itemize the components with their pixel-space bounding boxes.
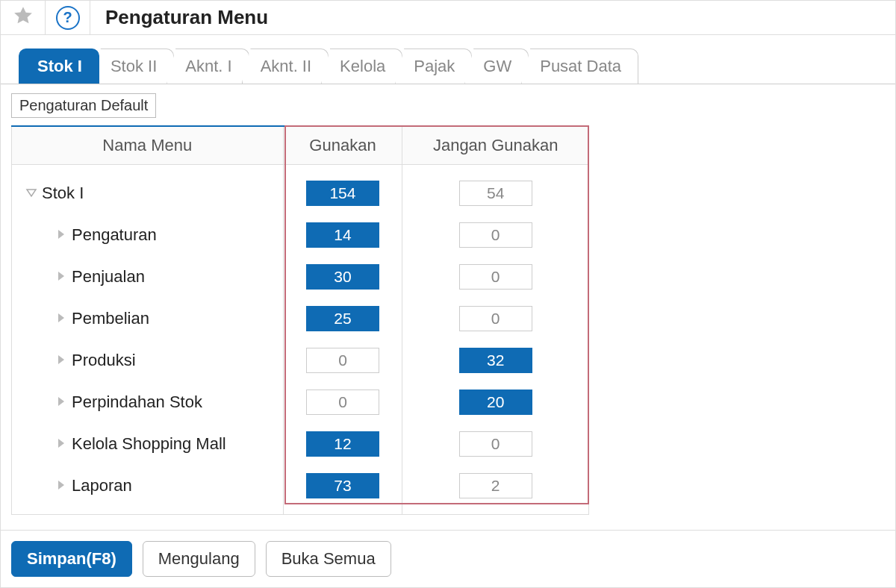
tree-label: Stok I [37, 184, 84, 203]
tab-label: Aknt. II [261, 57, 311, 75]
use-count[interactable]: 73 [306, 473, 379, 498]
tab-aknt-ii[interactable]: Aknt. II [242, 49, 329, 84]
titlebar: ? Pengaturan Menu [1, 1, 895, 35]
tab-pusat-data[interactable]: Pusat Data [521, 49, 638, 84]
tab-stok-ii[interactable]: Stok II [92, 49, 174, 84]
tree-row-pembelian[interactable]: Pembelian [12, 298, 283, 340]
use-count[interactable]: 154 [306, 181, 379, 206]
nouse-count[interactable]: 0 [459, 222, 532, 248]
content: Pengaturan Default Nama Menu Gunakan Jan… [1, 84, 895, 515]
tree-label: Penjualan [67, 267, 145, 287]
tree-row-laporan[interactable]: Laporan [12, 465, 283, 507]
nouse-count[interactable]: 0 [459, 306, 532, 331]
app-window: ? Pengaturan Menu Stok I Stok II Aknt. I… [0, 0, 896, 588]
col-header-use: Gunakan [283, 126, 402, 165]
repeat-button[interactable]: Mengulang [143, 541, 255, 577]
collapse-icon [25, 184, 37, 203]
expand-icon [55, 392, 67, 412]
use-count[interactable]: 14 [306, 222, 379, 248]
expand-icon [55, 434, 67, 454]
help-icon: ? [56, 6, 80, 30]
tree-row-stok-i[interactable]: Stok I [12, 172, 283, 214]
nouse-count[interactable]: 2 [459, 473, 532, 498]
star-icon [12, 4, 34, 31]
use-column: 154 14 30 25 0 0 12 73 [284, 165, 402, 514]
tree-row-penjualan[interactable]: Penjualan [12, 256, 283, 298]
tree-row-shopping-mall[interactable]: Kelola Shopping Mall [12, 423, 283, 465]
page-title: Pengaturan Menu [90, 6, 268, 29]
save-button[interactable]: Simpan(F8) [11, 541, 132, 577]
tree-row-produksi[interactable]: Produksi [12, 340, 283, 381]
nouse-count[interactable]: 54 [459, 181, 532, 206]
tab-label: Pusat Data [540, 57, 621, 75]
tree-label: Perpindahan Stok [67, 392, 202, 412]
help-button[interactable]: ? [46, 1, 90, 34]
col-header-nouse: Jangan Gunakan [402, 126, 589, 165]
tabs: Stok I Stok II Aknt. I Aknt. II Kelola P… [1, 35, 895, 84]
defaults-button[interactable]: Pengaturan Default [11, 93, 156, 118]
use-count[interactable]: 0 [306, 348, 379, 373]
nouse-count[interactable]: 20 [459, 390, 532, 415]
menu-table: Nama Menu Gunakan Jangan Gunakan Stok I [11, 125, 589, 515]
tree-label: Pengaturan [67, 225, 157, 245]
use-count[interactable]: 25 [306, 306, 379, 331]
tab-pajak[interactable]: Pajak [395, 49, 472, 84]
tree-label: Pembelian [67, 309, 149, 328]
expand-icon [55, 351, 67, 370]
tab-label: Aknt. I [185, 57, 231, 75]
tab-label: Kelola [340, 57, 385, 75]
open-all-button[interactable]: Buka Semua [266, 541, 391, 577]
use-count[interactable]: 30 [306, 264, 379, 290]
tab-aknt-i[interactable]: Aknt. I [167, 49, 249, 84]
tab-stok-i[interactable]: Stok I [19, 49, 99, 84]
tab-label: Pajak [414, 57, 455, 75]
tree-row-perpindahan[interactable]: Perpindahan Stok [12, 381, 283, 423]
tree-row-pengaturan[interactable]: Pengaturan [12, 214, 283, 256]
menu-table-wrap: Nama Menu Gunakan Jangan Gunakan Stok I [11, 125, 589, 515]
use-count[interactable]: 12 [306, 431, 379, 457]
menu-tree: Stok I Pengaturan Penjualan [12, 165, 283, 514]
tab-label: Stok II [111, 57, 157, 75]
tab-label: GW [483, 57, 511, 75]
expand-icon [55, 225, 67, 245]
tree-label: Kelola Shopping Mall [67, 434, 226, 454]
col-header-name: Nama Menu [12, 126, 284, 165]
tab-kelola[interactable]: Kelola [321, 49, 402, 84]
tree-label: Laporan [67, 476, 132, 495]
nouse-count[interactable]: 32 [459, 348, 532, 373]
expand-icon [55, 476, 67, 495]
tab-gw[interactable]: GW [464, 49, 529, 84]
tree-label: Produksi [67, 351, 136, 370]
nouse-count[interactable]: 0 [459, 264, 532, 290]
nouse-count[interactable]: 0 [459, 431, 532, 457]
nouse-column: 54 0 0 0 32 20 0 2 [402, 165, 588, 514]
expand-icon [55, 267, 67, 287]
use-count[interactable]: 0 [306, 390, 379, 415]
favorite-toggle[interactable] [1, 1, 46, 34]
footer: Simpan(F8) Mengulang Buka Semua [1, 530, 895, 587]
tab-label: Stok I [37, 57, 82, 75]
expand-icon [55, 309, 67, 328]
